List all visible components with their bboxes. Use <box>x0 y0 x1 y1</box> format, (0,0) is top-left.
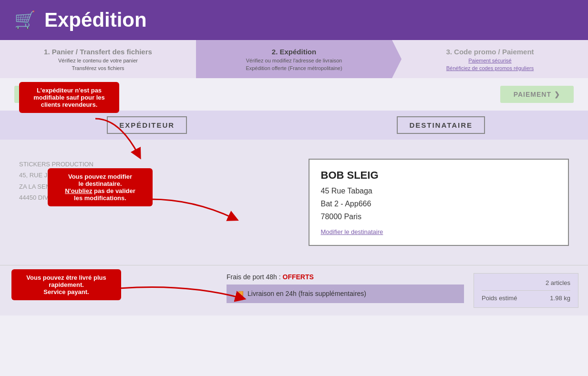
tooltip-expediteur: L'expéditeur n'est pas modifiable sauf p… <box>19 82 119 113</box>
tooltip-livraison: Vous pouvez être livré plus rapidement. … <box>11 269 121 300</box>
step-1: 1. Panier / Transfert des fichiers Vérif… <box>0 40 196 78</box>
expediteur-header-cell: EXPÉDITEUR <box>0 111 294 140</box>
recipient-city: 78000 Paris <box>321 210 557 223</box>
nav-row: PANIER L'expéditeur n'est pas modifiable… <box>0 78 588 111</box>
recipient-complement: Bat 2 - App666 <box>321 197 557 210</box>
steps-bar: 1. Panier / Transfert des fichiers Vérif… <box>0 40 588 78</box>
paiement-button[interactable]: PAIEMENT <box>500 86 574 103</box>
arrow-right-icon <box>554 91 560 98</box>
destinataire-header-cell: DESTINATAIRE <box>294 111 588 140</box>
recipient-name: BOB SLEIG <box>321 169 557 182</box>
weight-row: Poids estimé 1.98 kg <box>482 295 570 302</box>
step-3-label: 3. Code promo / Paiement <box>446 48 534 56</box>
offerts-label: OFFERTS <box>283 273 314 281</box>
step-3: 3. Code promo / Paiement Paiement sécuri… <box>392 40 588 78</box>
truck-icon: 🚚 <box>234 289 244 298</box>
step-3-desc2[interactable]: Bénéficiez de codes promos réguliers <box>446 65 534 71</box>
step-2-desc2: Expédition offerte (France métropolitain… <box>246 65 342 71</box>
shipping-option-label: Livraison en 24h (frais supplémentaires) <box>248 290 366 297</box>
page-title: Expédition <box>44 9 147 31</box>
shipping-section: Vous pouvez être livré plus rapidement. … <box>0 265 588 315</box>
step-2-desc1: Vérifiez ou modifiez l'adresse de livrai… <box>246 58 342 63</box>
step-1-desc2: Transférez vos fichiers <box>72 65 124 71</box>
step-1-desc1: Vérifiez le contenu de votre panier <box>58 58 138 63</box>
cart-icon: 🛒 <box>14 10 36 30</box>
main-content: PANIER L'expéditeur n'est pas modifiable… <box>0 78 588 315</box>
address-section: EXPÉDITEUR DESTINATAIRE STICKERS PRODUCT… <box>0 111 588 265</box>
page-header: 🛒 Expédition <box>0 0 588 40</box>
poids-value: 1.98 kg <box>550 295 570 302</box>
recipient-col: BOB SLEIG 45 Rue Tabaga Bat 2 - App666 7… <box>299 154 579 251</box>
articles-count: 2 articles <box>482 279 570 291</box>
recipient-box: BOB SLEIG 45 Rue Tabaga Bat 2 - App666 7… <box>309 159 569 246</box>
recipient-street: 45 Rue Tabaga <box>321 184 557 197</box>
step-2-label: 2. Expédition <box>272 48 316 56</box>
expediteur-label: EXPÉDITEUR <box>107 116 187 134</box>
recipient-details: 45 Rue Tabaga Bat 2 - App666 78000 Paris <box>321 184 557 224</box>
destinataire-label: DESTINATAIRE <box>397 116 485 134</box>
step-3-desc1[interactable]: Paiement sécurisé <box>468 58 512 63</box>
address-headers: EXPÉDITEUR DESTINATAIRE <box>0 111 588 140</box>
address-content: STICKERS PRODUCTION 45, RUE JEAN MONNET … <box>0 140 588 265</box>
livraison-24h-button[interactable]: 🚚 Livraison en 24h (frais supplémentaire… <box>227 285 464 303</box>
poids-label: Poids estimé <box>482 295 517 302</box>
tooltip-liv-1: Vous pouvez être livré plus rapidement. <box>18 274 114 288</box>
shipping-middle: Frais de port 48h : OFFERTS 🚚 Livraison … <box>217 273 464 303</box>
modify-recipient-link[interactable]: Modifier le destinataire <box>321 228 557 235</box>
step-2: 2. Expédition Vérifiez ou modifiez l'adr… <box>196 40 392 78</box>
shipping-right: 2 articles Poids estimé 1.98 kg <box>474 273 578 308</box>
tooltip-destinataire: Vous pouvez modifier le destinataire. N'… <box>48 168 153 206</box>
tooltip-dest-1: Vous pouvez modifier le destinataire. <box>54 173 146 187</box>
tooltip-liv-2: Service payant. <box>18 288 114 295</box>
tooltip-dest-2: N'oubliez pas de valider les modificatio… <box>54 187 146 202</box>
shipping-free: Frais de port 48h : OFFERTS <box>227 273 464 281</box>
step-1-label: 1. Panier / Transfert des fichiers <box>44 48 152 56</box>
